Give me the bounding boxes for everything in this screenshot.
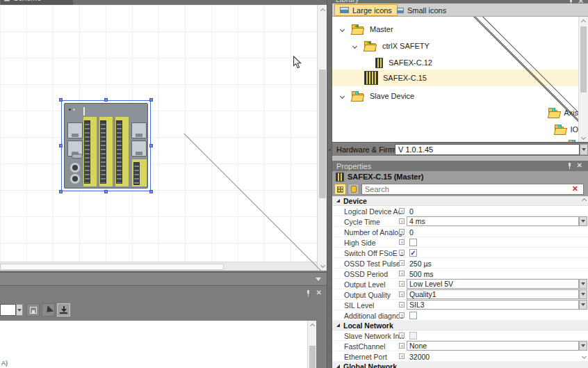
tab-scheme[interactable]: Scheme xyxy=(1,0,73,5)
property-row-ethernet-port[interactable]: Ethernet Port 32000 xyxy=(332,351,588,362)
canvas-horizontal-scrollbar[interactable] xyxy=(0,262,317,271)
combobox-dropdown-icon[interactable] xyxy=(579,289,587,299)
selection-handle-ne[interactable] xyxy=(149,98,153,102)
property-row-fastchannel[interactable]: FastChannel None xyxy=(332,341,588,351)
property-row-output-quality[interactable]: Output Quality Quality1 xyxy=(332,289,588,300)
property-value[interactable]: 0 xyxy=(409,228,414,237)
property-row-ossd-test-pulse[interactable]: OSSD Test Pulse 250 µs xyxy=(332,258,588,269)
section-expander-icon[interactable] xyxy=(336,323,340,327)
property-combobox[interactable]: None xyxy=(407,341,579,351)
scroll-thumb[interactable] xyxy=(319,70,326,198)
selection-handle-e[interactable] xyxy=(149,144,153,147)
toolbar-combobox-dropdown-icon[interactable] xyxy=(16,304,23,316)
scroll-right-button[interactable] xyxy=(306,262,316,271)
property-combobox[interactable]: Quality1 xyxy=(407,289,579,299)
property-value[interactable]: 250 µs xyxy=(409,259,432,268)
selection-handle-nw[interactable] xyxy=(59,98,63,102)
checkbox[interactable] xyxy=(409,312,417,319)
floppy-disk-icon xyxy=(30,307,37,314)
vertical-splitter[interactable] xyxy=(327,0,332,368)
save-button[interactable] xyxy=(26,303,40,317)
terminal-strip-2 xyxy=(100,120,106,184)
checkbox[interactable] xyxy=(409,332,417,339)
combobox-dropdown-icon[interactable] xyxy=(579,279,587,289)
section-expander-icon[interactable] xyxy=(336,199,340,202)
property-combobox[interactable]: 4 ms xyxy=(407,216,579,226)
canvas-vertical-scrollbar[interactable] xyxy=(317,5,327,271)
combobox-dropdown-icon[interactable] xyxy=(579,216,587,226)
property-value[interactable]: 0 xyxy=(409,207,414,216)
property-info-icon xyxy=(399,312,405,318)
selection-handle-sw[interactable] xyxy=(59,190,63,193)
property-row-cycle-time[interactable]: Cycle Time 4 ms xyxy=(332,216,588,227)
output-panel-content[interactable]: A) xyxy=(0,321,316,368)
property-combobox[interactable]: Low Level 5V xyxy=(407,279,579,289)
section-expander-icon[interactable] xyxy=(336,365,340,368)
section-device[interactable]: Device xyxy=(332,196,588,206)
search-input[interactable] xyxy=(361,184,584,195)
download-button[interactable] xyxy=(57,303,70,317)
scroll-up-button[interactable] xyxy=(318,6,327,15)
clipped-status-text: A) xyxy=(1,360,8,367)
property-row-sil-level[interactable]: SIL Level SIL3 xyxy=(332,300,588,310)
close-icon[interactable]: ✕ xyxy=(577,162,582,169)
property-value[interactable]: 32000 xyxy=(409,353,430,361)
close-icon[interactable]: ✕ xyxy=(316,289,322,296)
pin-icon[interactable] xyxy=(566,163,573,169)
property-label: Cycle Time xyxy=(344,218,404,226)
section-global-network[interactable]: Global Network xyxy=(332,362,588,368)
toolbar-combobox[interactable] xyxy=(0,304,16,316)
combobox-dropdown-icon[interactable] xyxy=(579,300,587,310)
property-value[interactable]: 500 ms xyxy=(409,270,433,278)
clear-search-icon[interactable]: ✕ xyxy=(572,184,578,193)
section-local-network[interactable]: Local Network xyxy=(332,321,588,330)
property-row-output-level[interactable]: Output Level Low Level 5V xyxy=(332,279,588,289)
tab-small-icons[interactable]: Small icons xyxy=(392,4,451,16)
small-icons-icon xyxy=(397,8,404,13)
property-row-ossd-period[interactable]: OSSD Period 500 ms xyxy=(332,269,588,279)
property-row-high-side[interactable]: High Side xyxy=(332,237,588,248)
scroll-down-button[interactable] xyxy=(579,134,588,141)
checkbox[interactable] xyxy=(409,249,417,257)
safex-device-graphic[interactable] xyxy=(64,103,148,189)
library-tree-scrollbar[interactable] xyxy=(578,17,588,142)
property-row-switch-off-fsoe[interactable]: Switch Off FSoE Di... xyxy=(332,248,588,258)
alphabetical-icon xyxy=(351,186,357,193)
upload-button[interactable] xyxy=(42,303,55,317)
output-panel-toolbar xyxy=(0,303,327,319)
hardware-firmware-value[interactable]: V 1.0.1.45 xyxy=(395,144,580,155)
hardware-firmware-dropdown-icon[interactable] xyxy=(580,144,588,155)
selection-handle-n[interactable] xyxy=(104,98,108,102)
combobox-dropdown-icon[interactable] xyxy=(579,341,587,351)
scroll-thumb[interactable] xyxy=(0,264,224,270)
collapsed-panel-strip[interactable] xyxy=(0,272,327,286)
pin-icon[interactable] xyxy=(305,290,311,296)
property-info-icon xyxy=(399,302,405,307)
tab-large-icons[interactable]: Large icons xyxy=(334,4,398,16)
property-row-logical-device-address[interactable]: Logical Device Ad... 0 xyxy=(332,206,588,216)
selection-handle-se[interactable] xyxy=(149,190,153,193)
scroll-thumb[interactable] xyxy=(309,346,316,368)
scroll-up-button[interactable] xyxy=(308,322,317,329)
panel-gap xyxy=(332,156,588,161)
property-row-number-of-analog[interactable]: Number of Analog... 0 xyxy=(332,227,588,237)
property-combobox[interactable]: SIL3 xyxy=(407,300,579,310)
grid-scroll-up-icon[interactable] xyxy=(582,198,587,203)
tree-item-clipped[interactable]: ⇄ xyxy=(332,137,578,142)
property-row-slave-network-interface[interactable]: Slave Network Inte... xyxy=(332,330,588,341)
scroll-up-button[interactable] xyxy=(579,18,588,25)
property-row-additional-diagnostics[interactable]: Additional diagnos... xyxy=(332,310,588,321)
scroll-thumb[interactable] xyxy=(580,26,587,93)
grid-scroll-down-icon[interactable] xyxy=(582,354,587,359)
output-vertical-scrollbar[interactable] xyxy=(307,321,316,368)
selection-handle-s[interactable] xyxy=(104,190,108,193)
selection-handle-w[interactable] xyxy=(59,144,63,147)
property-label: FastChannel xyxy=(344,342,404,351)
property-info-icon xyxy=(399,208,405,214)
categorized-view-button[interactable] xyxy=(334,184,346,195)
expand-panel-arrow-icon[interactable] xyxy=(316,278,321,281)
checkbox[interactable] xyxy=(409,239,417,246)
slave-badge-icon: ⇄ xyxy=(571,139,575,143)
ethernet-port-1 xyxy=(67,122,83,138)
alphabetical-view-button[interactable] xyxy=(348,184,359,195)
